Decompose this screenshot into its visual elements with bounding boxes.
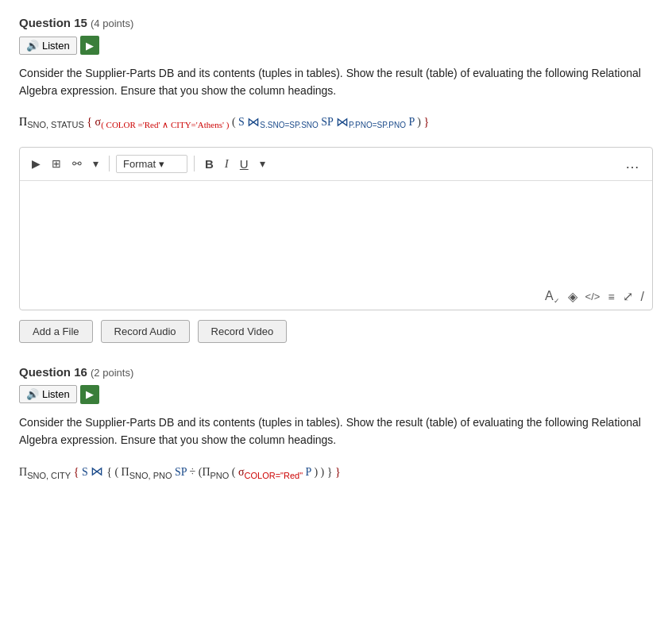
bold-btn[interactable]: B	[201, 154, 218, 174]
editor-15: ▶ ⊞ ⚯ ▾ Format ▾ B I U	[19, 147, 653, 310]
pi-symbol-15: Π	[19, 115, 27, 127]
close-parens-16: ) ) }	[314, 466, 332, 478]
speaker-icon-15: 🔊	[26, 40, 39, 52]
bold-label: B	[205, 157, 214, 171]
record-video-btn[interactable]: Record Video	[198, 320, 288, 343]
underline-btn[interactable]: U	[236, 154, 253, 174]
underline-arrow-btn[interactable]: ▾	[256, 154, 269, 173]
set-brace-open-15: {	[87, 115, 95, 127]
camera-icon: ⊞	[52, 157, 61, 170]
inner-pi-16: Π	[122, 466, 129, 478]
pi-subscript-15: SNO, STATUS	[27, 120, 84, 130]
formula-16: ΠSNO, CITY { S ⋈ { ( ΠSNO, PNO SP ÷ (ΠPN…	[19, 460, 653, 484]
bowtie2-sub-15: P.PNO=SP.PNO	[349, 121, 406, 129]
formula-15: ΠSNO, STATUS { σ( COLOR ='Red' ∧ CITY='A…	[19, 111, 653, 134]
question-16-text: Consider the Supplier-Parts DB and its c…	[19, 414, 653, 449]
pi-16: Π	[19, 466, 27, 478]
paren-open-16: { (	[106, 466, 118, 478]
SP-16: SP	[175, 466, 187, 478]
S-15: S	[238, 115, 245, 127]
sigma-sub-15: ( COLOR ='Red' ∧ CITY='Athens' )	[101, 120, 229, 130]
speaker-icon-16: 🔊	[26, 388, 39, 400]
SP-15: SP	[321, 115, 333, 127]
question-15-title: Question 15	[19, 16, 87, 29]
editor-footer-15: A✓ ◈ </> ≡ ⤢ /	[20, 284, 652, 310]
editor-body-15[interactable]	[20, 181, 652, 284]
play-button-16[interactable]: ▶	[80, 385, 99, 404]
sigma-sub-16: COLOR="Red"	[245, 470, 303, 479]
P-16: P	[306, 466, 311, 478]
set-brace-close-15: }	[424, 115, 430, 127]
div-16: ÷	[190, 466, 199, 478]
set-brace-close-16: }	[335, 466, 341, 478]
question-15-points: (4 points)	[91, 17, 133, 29]
video-icon: ▶	[32, 157, 41, 170]
italic-btn[interactable]: I	[221, 154, 233, 174]
italic-label: I	[225, 157, 229, 171]
question-15-text: Consider the Supplier-Parts DB and its c…	[19, 64, 653, 100]
S-16: S	[82, 466, 88, 478]
bowtie2-15: ⋈	[336, 115, 349, 129]
sigma-16: σ	[238, 466, 245, 478]
format-dropdown[interactable]: Format ▾	[116, 155, 187, 173]
code-icon[interactable]: </>	[585, 291, 601, 302]
link-icon: ⚯	[72, 157, 82, 170]
more-options-btn[interactable]: …	[621, 152, 644, 175]
listen-label-16: Listen	[42, 388, 70, 400]
toolbar-divider-2	[194, 156, 195, 171]
toolbar-divider-1	[109, 156, 110, 171]
listen-label-15: Listen	[42, 40, 70, 52]
question-16-title: Question 16	[19, 365, 87, 379]
bowtie-16: ⋈	[91, 464, 106, 478]
format-label: Format	[123, 158, 156, 170]
play-icon-15: ▶	[86, 40, 94, 52]
pi-sub-16: SNO, CITY	[27, 470, 71, 479]
underline-label: U	[240, 157, 249, 171]
bowtie-sub-15: S.SNO=SP.SNO	[260, 121, 318, 129]
camera-toolbar-btn[interactable]: ⊞	[48, 154, 65, 173]
question-15-header: Question 15 (4 points)	[19, 16, 653, 29]
editor-toolbar-15: ▶ ⊞ ⚯ ▾ Format ▾ B I U	[20, 148, 652, 181]
listen-bar-15: 🔊 Listen ▶	[19, 36, 653, 55]
formula-eq-icon[interactable]: ≡	[608, 291, 614, 303]
inner-pi-sub-16: SNO, PNO	[129, 470, 172, 479]
add-file-btn[interactable]: Add a File	[19, 320, 93, 343]
question-15-section: Question 15 (4 points) 🔊 Listen ▶ Consid…	[19, 16, 653, 343]
fullscreen-icon[interactable]: ⤢	[623, 289, 633, 304]
more-icon: …	[625, 156, 640, 172]
paren2-16: (	[232, 466, 236, 478]
P-15: P	[409, 115, 415, 127]
paren-open-15: (	[232, 115, 238, 127]
chevron-icon-1: ▾	[93, 157, 98, 170]
inner-pi2-16: (Π	[199, 466, 210, 478]
dropdown-arrow-btn[interactable]: ▾	[89, 154, 102, 173]
listen-bar-16: 🔊 Listen ▶	[19, 385, 653, 404]
format-chevron: ▾	[159, 158, 180, 170]
inner-pi2-sub-16: PNO	[210, 470, 230, 479]
record-audio-btn[interactable]: Record Audio	[101, 320, 190, 343]
bowtie-15: ⋈	[247, 115, 260, 129]
slash-icon[interactable]: /	[641, 290, 644, 304]
question-16-header: Question 16 (2 points)	[19, 365, 653, 379]
paren-close-15: )	[417, 115, 421, 127]
link-toolbar-btn[interactable]: ⚯	[68, 154, 86, 173]
listen-button-15[interactable]: 🔊 Listen	[19, 37, 77, 55]
diamond-icon[interactable]: ◈	[568, 289, 577, 304]
play-button-15[interactable]: ▶	[80, 36, 99, 55]
question-16-section: Question 16 (2 points) 🔊 Listen ▶ Consid…	[19, 365, 653, 483]
set-brace-open-16: {	[74, 466, 82, 478]
video-toolbar-btn[interactable]: ▶	[28, 154, 44, 173]
play-icon-16: ▶	[86, 388, 94, 400]
listen-button-16[interactable]: 🔊 Listen	[19, 385, 77, 403]
chevron-icon-2: ▾	[260, 157, 265, 170]
question-16-points: (2 points)	[91, 367, 133, 379]
action-buttons-15: Add a File Record Audio Record Video	[19, 320, 653, 343]
spellcheck-icon[interactable]: A✓	[545, 289, 560, 305]
sigma-15: σ	[95, 115, 102, 127]
